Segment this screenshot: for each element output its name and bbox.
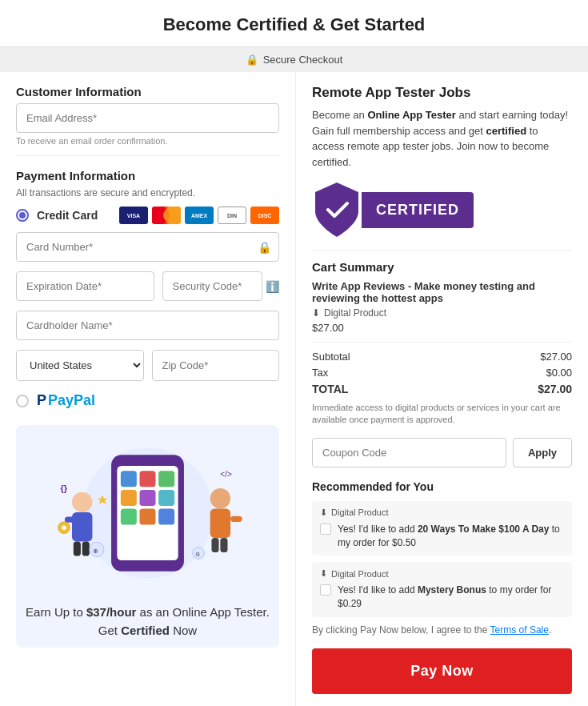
- svg-rect-13: [158, 509, 174, 525]
- customer-info-title: Customer Information: [16, 85, 279, 98]
- svg-rect-24: [230, 516, 242, 522]
- security-info-icon[interactable]: ℹ️: [266, 280, 279, 293]
- credit-card-row: Credit Card VISA AMEX DIN DISC: [16, 207, 279, 224]
- cart-item-price: $27.00: [312, 322, 572, 334]
- pay-now-button[interactable]: Pay Now: [312, 648, 572, 694]
- rec2-check-row: Yes! I'd like to add Mystery Bonus to my…: [320, 584, 564, 611]
- certified-label: CERTIFIED: [362, 192, 474, 228]
- rec1-check-row: Yes! I'd like to add 20 Ways To Make $10…: [320, 523, 564, 550]
- promo-image-section: {} </> ⊕ ⚙ Earn Up to $37/hour as an Onl…: [16, 425, 279, 648]
- svg-rect-7: [158, 471, 174, 487]
- rec-item-2: ⬇ Digital Product Yes! I'd like to add M…: [312, 562, 572, 617]
- email-hint: To receive an email order confirmation.: [16, 136, 279, 146]
- rec1-label: ⬇ Digital Product: [320, 507, 564, 518]
- rec1-download-icon: ⬇: [320, 507, 327, 518]
- svg-rect-26: [220, 538, 227, 552]
- svg-point-14: [72, 492, 92, 512]
- terms-text: By clicking Pay Now below, I agree to th…: [312, 624, 572, 637]
- card-number-group: 🔒: [16, 232, 279, 262]
- coupon-apply-button[interactable]: Apply: [513, 438, 572, 467]
- svg-point-20: [62, 525, 66, 529]
- amex-icon: AMEX: [185, 207, 214, 224]
- radio-selected-dot: [19, 212, 26, 219]
- svg-text:⊕: ⊕: [93, 548, 98, 555]
- download-icon: ⬇: [312, 307, 320, 319]
- payment-title: Payment Information: [16, 169, 279, 183]
- product-title: Remote App Tester Jobs: [312, 85, 572, 101]
- credit-card-option: Credit Card VISA AMEX DIN DISC 🔒: [16, 207, 279, 381]
- svg-point-1: [163, 208, 178, 223]
- svg-point-22: [210, 488, 230, 508]
- left-panel: Customer Information To receive an email…: [0, 72, 296, 706]
- rec2-text: Yes! I'd like to add Mystery Bonus to my…: [338, 584, 564, 611]
- rec2-label: ⬇ Digital Product: [320, 568, 564, 579]
- page-title: Become Certified & Get Started: [0, 0, 588, 47]
- payment-subtitle: All transactions are secure and encrypte…: [16, 187, 279, 199]
- svg-rect-11: [121, 509, 137, 525]
- tax-row: Tax $0.00: [312, 367, 572, 379]
- diners-icon: DIN: [218, 207, 246, 224]
- total-row: TOTAL $27.00: [312, 383, 572, 395]
- svg-text:{}: {}: [60, 483, 67, 493]
- mastercard-icon: [152, 207, 181, 224]
- card-lock-icon: 🔒: [258, 241, 271, 254]
- promo-text: Earn Up to $37/hour as an Online App Tes…: [24, 604, 271, 640]
- svg-rect-15: [72, 512, 92, 541]
- paypal-radio[interactable]: [16, 395, 29, 407]
- zip-input[interactable]: [152, 350, 280, 381]
- cart-summary-title: Cart Summary: [312, 260, 572, 274]
- terms-of-sale-link[interactable]: Terms of Sale: [490, 624, 549, 636]
- svg-rect-18: [82, 541, 90, 556]
- rec-item-1: ⬇ Digital Product Yes! I'd like to add 2…: [312, 501, 572, 556]
- email-field-group: To receive an email order confirmation.: [16, 103, 279, 146]
- svg-rect-6: [140, 471, 156, 487]
- rec1-text: Yes! I'd like to add 20 Ways To Make $10…: [338, 523, 564, 550]
- card-icons-group: VISA AMEX DIN DISC: [119, 207, 279, 224]
- secure-checkout-bar: 🔒 Secure Checkout: [0, 47, 588, 72]
- cart-item-title: Write App Reviews - Make money testing a…: [312, 280, 572, 304]
- subtotal-row: Subtotal $27.00: [312, 351, 572, 363]
- paypal-logo: PPayPal: [37, 392, 95, 409]
- security-code-input[interactable]: [162, 271, 263, 301]
- rec1-checkbox[interactable]: [320, 523, 331, 535]
- svg-rect-23: [210, 509, 230, 538]
- rec2-download-icon: ⬇: [320, 568, 327, 579]
- coupon-code-input[interactable]: [312, 438, 506, 467]
- digital-product-label: ⬇ Digital Product: [312, 307, 572, 319]
- paypal-option[interactable]: PPayPal: [16, 392, 279, 409]
- cardholder-name-input[interactable]: [16, 311, 279, 340]
- visa-icon: VISA: [119, 207, 148, 224]
- promo-certified: Certified: [121, 624, 170, 637]
- svg-text:</>: </>: [220, 470, 232, 479]
- svg-text:⚙: ⚙: [195, 551, 200, 558]
- paypal-p-letter: P: [37, 392, 46, 409]
- svg-rect-5: [121, 471, 137, 487]
- cart-note: Immediate access to digital products or …: [312, 402, 572, 427]
- svg-rect-10: [158, 490, 174, 506]
- credit-card-label: Credit Card: [37, 209, 98, 222]
- expiry-input[interactable]: [16, 271, 154, 301]
- certified-badge: CERTIFIED: [312, 181, 572, 239]
- promo-rate: $37/hour: [86, 605, 137, 619]
- svg-rect-12: [140, 509, 156, 525]
- coupon-row: Apply: [312, 438, 572, 467]
- svg-rect-16: [65, 517, 77, 523]
- svg-rect-9: [140, 490, 156, 506]
- right-panel: Remote App Tester Jobs Become an Online …: [296, 72, 588, 706]
- paypal-rest-letters: PayPal: [48, 392, 95, 409]
- country-select[interactable]: United States: [16, 350, 144, 381]
- cart-totals: Subtotal $27.00 Tax $0.00 TOTAL $27.00: [312, 342, 572, 395]
- lock-icon: 🔒: [246, 54, 258, 66]
- email-input[interactable]: [16, 103, 279, 133]
- expiry-security-row: ℹ️: [16, 271, 279, 301]
- promo-illustration: {} </> ⊕ ⚙: [24, 433, 271, 593]
- credit-card-radio[interactable]: [16, 209, 29, 222]
- product-description: Become an Online App Tester and start ea…: [312, 107, 572, 170]
- rec2-checkbox[interactable]: [320, 584, 331, 596]
- security-code-wrapper: ℹ️: [162, 271, 280, 301]
- card-number-input[interactable]: [16, 232, 279, 262]
- cart-summary: Cart Summary Write App Reviews - Make mo…: [312, 260, 572, 694]
- svg-rect-25: [211, 538, 218, 552]
- svg-rect-17: [74, 541, 81, 556]
- country-zip-row: United States: [16, 350, 279, 381]
